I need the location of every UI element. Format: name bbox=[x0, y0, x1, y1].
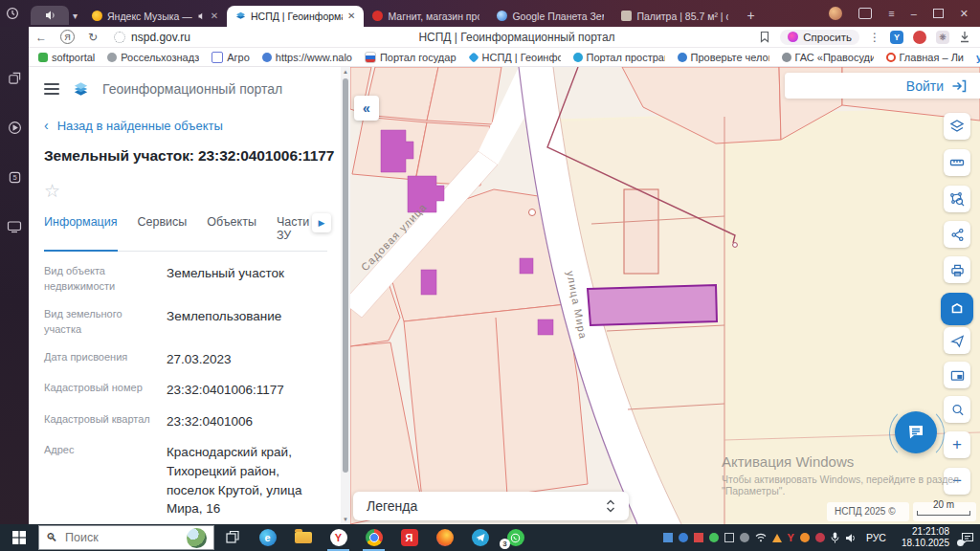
taskbar-chrome[interactable] bbox=[356, 524, 391, 551]
taskbar-telegram[interactable] bbox=[462, 524, 498, 551]
tab-close-icon[interactable]: ✕ bbox=[347, 11, 355, 21]
search-highlight-image[interactable] bbox=[187, 528, 207, 548]
tab-magnit[interactable]: Магнит, магазин продукт bbox=[364, 6, 488, 27]
action-center-icon[interactable] bbox=[961, 532, 974, 544]
downloads-icon[interactable] bbox=[959, 31, 970, 43]
area-search-button[interactable] bbox=[944, 186, 970, 212]
ruler-button[interactable] bbox=[944, 149, 970, 176]
locate-button[interactable] bbox=[944, 327, 970, 354]
bookmark-gosuslugi[interactable]: Портал государ bbox=[365, 52, 457, 63]
extension-adblock-icon[interactable] bbox=[913, 31, 926, 44]
rail-cast-icon[interactable] bbox=[7, 220, 22, 237]
share-button[interactable] bbox=[944, 221, 970, 248]
login-bar[interactable]: Войти bbox=[785, 73, 980, 99]
menu-hamburger-icon[interactable] bbox=[44, 83, 59, 95]
wifi-icon[interactable] bbox=[755, 533, 767, 542]
tab-yandex-music[interactable]: Яндекс Музыка — С ✕ bbox=[83, 6, 227, 27]
taskbar-whatsapp[interactable]: 3 bbox=[498, 524, 533, 551]
language-indicator[interactable]: РУС bbox=[866, 532, 886, 543]
microphone-icon[interactable] bbox=[831, 532, 839, 543]
taskbar-clock[interactable]: 21:21:08 18.10.2025 bbox=[902, 526, 949, 550]
history-clock-icon[interactable] bbox=[0, 7, 25, 20]
search-input[interactable] bbox=[63, 530, 159, 545]
yandex-tray-icon[interactable]: Y bbox=[788, 532, 794, 543]
extension-yandex-icon[interactable]: Y bbox=[890, 31, 903, 44]
bookmark-nalog[interactable]: https://www.nalo bbox=[262, 52, 352, 63]
tab-palitra[interactable]: Палитра | 85.7 м² | от ИП bbox=[612, 6, 737, 27]
scrollbar-thumb[interactable] bbox=[343, 78, 348, 473]
tray-app-icon[interactable] bbox=[709, 533, 719, 542]
address-more-icon[interactable]: ⋮ bbox=[869, 31, 880, 44]
map-canvas[interactable]: Садовая улица улица Мира « Войти bbox=[350, 67, 980, 524]
tab-objects[interactable]: Объекты bbox=[207, 215, 256, 242]
yandex-services-icon[interactable]: Я bbox=[60, 30, 75, 44]
bookmark-proverte[interactable]: Проверьте челов bbox=[678, 52, 769, 63]
coordinate-search-button[interactable] bbox=[944, 396, 970, 423]
favorite-star-icon[interactable]: ☆ bbox=[44, 180, 327, 202]
scroll-up-icon[interactable]: ▲ bbox=[341, 69, 350, 75]
tab-panel-icon[interactable] bbox=[858, 8, 872, 19]
back-to-results-link[interactable]: ‹ Назад в найденные объекты bbox=[44, 118, 327, 133]
legend-bar[interactable]: Легенда bbox=[353, 492, 629, 520]
tab-information[interactable]: Информация bbox=[44, 215, 118, 242]
pinned-tab-audio[interactable] bbox=[31, 6, 69, 25]
tab-google-earth[interactable]: Google Планета Земля bbox=[488, 6, 612, 27]
rail-tabs-icon[interactable] bbox=[8, 71, 22, 89]
bookmark-portal-prostranstv[interactable]: Портал простран bbox=[573, 52, 665, 63]
scroll-down-icon[interactable]: ▼ bbox=[341, 517, 350, 522]
new-tab-button[interactable]: + bbox=[746, 8, 754, 23]
layers-button[interactable] bbox=[944, 113, 970, 140]
selected-parcel[interactable] bbox=[588, 285, 717, 325]
taskbar-explorer[interactable] bbox=[285, 524, 321, 551]
tabs-scroll-right-button[interactable]: ▶ bbox=[312, 213, 331, 232]
tray-app-icon[interactable] bbox=[663, 533, 673, 542]
rail-music-icon[interactable] bbox=[8, 121, 22, 139]
bookmark-rosselkhoznadzor[interactable]: Россельхознадзо bbox=[107, 52, 199, 63]
extension-misc-icon[interactable]: ❋ bbox=[936, 31, 949, 44]
tab-list-chevron-icon[interactable]: ▾ bbox=[73, 11, 78, 21]
bookmark-flag-icon[interactable] bbox=[759, 31, 770, 43]
taskbar-search[interactable]: 🔍︎ bbox=[38, 525, 214, 550]
start-button[interactable] bbox=[0, 524, 38, 551]
print-button[interactable] bbox=[944, 256, 970, 283]
minimap-button[interactable] bbox=[944, 362, 970, 388]
active-tool-button[interactable] bbox=[941, 293, 973, 325]
bookmark-gas-pravosudie[interactable]: ГАС «Правосуди bbox=[782, 52, 874, 63]
ask-alice-button[interactable]: Спросить bbox=[780, 30, 859, 45]
close-button[interactable]: ✕ bbox=[960, 8, 969, 20]
task-view-button[interactable] bbox=[214, 524, 250, 551]
snip-icon[interactable] bbox=[724, 533, 734, 542]
browser-menu-icon[interactable]: ≡ bbox=[888, 8, 894, 19]
bookmark-yandex-icon[interactable]: y bbox=[976, 52, 980, 63]
panel-scrollbar[interactable]: ▲ ▼ bbox=[341, 67, 350, 524]
tray-app-icon[interactable] bbox=[772, 534, 782, 542]
tray-app-icon[interactable] bbox=[815, 533, 825, 542]
taskbar-yandex-browser[interactable]: Y bbox=[321, 524, 356, 551]
rail-s-icon[interactable]: 5 bbox=[8, 170, 22, 188]
tray-app-icon[interactable] bbox=[800, 533, 810, 542]
back-icon[interactable]: ← bbox=[35, 32, 47, 43]
reload-icon[interactable]: ↻ bbox=[88, 32, 98, 43]
tray-app-icon[interactable] bbox=[740, 533, 749, 542]
tab-nspd[interactable]: НСПД | Геоинформаци ✕ bbox=[227, 6, 364, 27]
url-text[interactable]: nspd.gov.ru bbox=[131, 31, 190, 44]
tray-app-icon[interactable] bbox=[694, 533, 703, 542]
taskbar-edge[interactable]: e bbox=[250, 524, 285, 551]
profile-avatar[interactable] bbox=[829, 7, 842, 20]
tab-close-icon[interactable]: ✕ bbox=[211, 11, 218, 21]
panel-collapse-button[interactable]: « bbox=[354, 96, 379, 121]
restore-button[interactable] bbox=[933, 9, 944, 18]
speaker-icon[interactable] bbox=[845, 533, 857, 543]
minimize-button[interactable]: – bbox=[911, 8, 917, 19]
taskbar-yandex-search[interactable]: Я bbox=[391, 524, 427, 551]
tab-services[interactable]: Сервисы bbox=[138, 215, 188, 242]
bookmark-agro[interactable]: Агро bbox=[212, 52, 250, 63]
taskbar-firefox[interactable] bbox=[427, 524, 462, 551]
site-info-icon[interactable] bbox=[114, 32, 125, 43]
bookmark-nspd[interactable]: НСПД | Геоинфо bbox=[469, 52, 561, 63]
chat-button[interactable] bbox=[895, 411, 937, 453]
tab-parts[interactable]: Части ЗУ bbox=[277, 215, 309, 242]
bookmark-softportal[interactable]: softportal bbox=[38, 52, 95, 63]
bookmark-glavnaya[interactable]: Главная – Ли bbox=[886, 52, 964, 63]
tab-speaker-icon[interactable] bbox=[197, 11, 206, 21]
